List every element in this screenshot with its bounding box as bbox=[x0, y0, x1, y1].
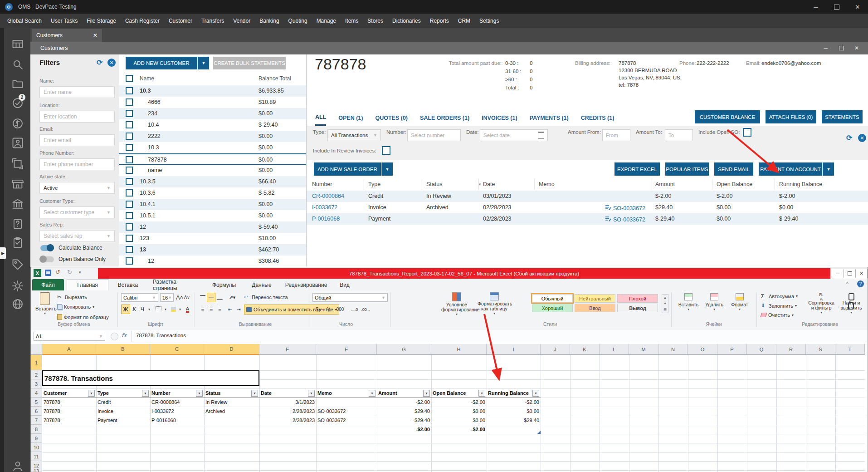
cell-I5[interactable]: -$2.00 bbox=[487, 398, 541, 407]
cell-G8-total[interactable]: -$2.00 bbox=[377, 425, 431, 434]
cell-H8-total[interactable]: -$2.00 bbox=[431, 425, 487, 434]
font-size-combo[interactable]: 16▼ bbox=[160, 293, 174, 302]
filter-dropdown-icon[interactable]: ▼ bbox=[308, 390, 315, 397]
transfers-icon[interactable] bbox=[11, 157, 24, 170]
row-checkbox[interactable] bbox=[126, 246, 133, 253]
cell-F7[interactable]: SO-0033672 bbox=[316, 416, 377, 425]
cell-style-вывод[interactable]: Вывод bbox=[617, 304, 658, 312]
transaction-row-p-0016068[interactable]: P-0016068Payment02/28/2023SO-0033672$-29… bbox=[307, 213, 868, 225]
grow-font-icon[interactable]: A˄ bbox=[176, 293, 184, 302]
column-header-M[interactable]: M bbox=[629, 344, 658, 355]
filter-dropdown-icon[interactable]: ▼ bbox=[251, 390, 258, 397]
align-center-icon[interactable]: ☰ bbox=[207, 305, 215, 314]
cut-button[interactable]: ✂Вырезать bbox=[57, 294, 87, 300]
header-cell-customer[interactable]: Customer▼ bbox=[42, 388, 96, 398]
column-memo[interactable]: Memo bbox=[539, 181, 555, 187]
cell-H7[interactable]: $0.00 bbox=[431, 416, 487, 425]
customer-balance-button[interactable]: CUSTOMER BALANCE bbox=[695, 110, 760, 123]
row-checkbox[interactable] bbox=[126, 178, 133, 185]
delete-cells-button[interactable]: Удалить ▾ bbox=[702, 293, 727, 311]
menu-stores[interactable]: Stores bbox=[363, 18, 388, 24]
row-checkbox[interactable] bbox=[126, 144, 133, 151]
increase-decimal-icon[interactable]: ←.0 bbox=[348, 305, 360, 314]
transaction-row-cr-0000864[interactable]: CR-0000864CreditIn Review03/01/2023$-2.0… bbox=[307, 191, 868, 202]
row-header-6[interactable]: 6 bbox=[31, 407, 42, 416]
conditional-formatting-button[interactable]: Условное форматирование ▾ bbox=[441, 292, 472, 316]
store-icon[interactable] bbox=[11, 177, 24, 190]
cell-style-ввод[interactable]: Ввод bbox=[575, 304, 615, 312]
cell-style-нейтральный[interactable]: Нейтральный bbox=[575, 294, 615, 303]
tab-all[interactable]: ALL bbox=[315, 114, 326, 126]
insert-cells-button[interactable]: Вставить ▾ bbox=[676, 293, 701, 311]
excel-minimize-button[interactable]: ─ bbox=[832, 269, 844, 278]
cell-A7[interactable]: 787878 bbox=[42, 416, 96, 425]
align-left-icon[interactable]: ☰ bbox=[198, 305, 207, 314]
decrease-indent-icon[interactable]: ⇤ bbox=[226, 305, 234, 314]
customer-row-10-3-5[interactable]: 10.3$0.00 bbox=[119, 142, 306, 153]
filter-dropdown-icon[interactable]: ▼ bbox=[88, 390, 95, 397]
paste-button[interactable]: Вставить ▾ bbox=[35, 292, 54, 315]
column-header-L[interactable]: L bbox=[600, 344, 629, 355]
customer-row-4666-1[interactable]: 4666$10.89 bbox=[119, 97, 306, 108]
customer-row-10-3-6-9[interactable]: 10.3.6$-5.82 bbox=[119, 187, 306, 199]
collapse-ribbon-icon[interactable]: ^ bbox=[846, 281, 848, 286]
calendar-icon[interactable] bbox=[538, 132, 544, 139]
header-cell-type[interactable]: Type▼ bbox=[96, 388, 150, 398]
customer-row-12-12[interactable]: 12$-59.40 bbox=[119, 221, 306, 233]
transaction-row-i-0033672[interactable]: I-0033672InvoiceArchived02/28/2023SO-003… bbox=[307, 202, 868, 213]
amount-from-input[interactable]: From bbox=[602, 129, 630, 141]
type-select[interactable]: All Transactions▼ bbox=[327, 129, 381, 141]
cell-E6[interactable]: 2/28/2023 bbox=[259, 407, 316, 416]
column-header-C[interactable]: C bbox=[150, 344, 204, 355]
format-as-table-button[interactable]: Форматировать как таблицу ▾ bbox=[478, 292, 511, 315]
location-input[interactable]: Enter location bbox=[39, 111, 115, 123]
dashboard-icon[interactable] bbox=[11, 38, 24, 50]
align-middle-icon[interactable]: ══ bbox=[207, 293, 215, 302]
header-cell-open-balance[interactable]: Open Balance▼ bbox=[431, 388, 487, 398]
fx-icon[interactable]: fx bbox=[122, 332, 127, 339]
row-checkbox[interactable] bbox=[126, 189, 133, 197]
menu-global-search[interactable]: Global Search bbox=[3, 18, 46, 24]
row-header-7[interactable]: 7 bbox=[31, 416, 42, 425]
bank-icon[interactable] bbox=[11, 198, 24, 211]
date-input[interactable]: Select date bbox=[480, 129, 548, 141]
cell-style-обычный[interactable]: Обычный bbox=[532, 294, 573, 303]
row-header-13[interactable]: 13 bbox=[31, 470, 42, 472]
popular-items-button[interactable]: POPULAR ITEMS bbox=[665, 162, 709, 176]
menu-transfers[interactable]: Transfers bbox=[197, 18, 229, 24]
memo-link[interactable]: SO-0033672 bbox=[613, 216, 645, 223]
tags-icon[interactable] bbox=[11, 258, 24, 271]
inner-restore-button[interactable] bbox=[834, 42, 849, 54]
column-open-balance[interactable]: Open Balance bbox=[717, 181, 752, 187]
autosum-button[interactable]: ΣАвтосумма▾ bbox=[761, 293, 798, 299]
header-cell-date[interactable]: Date▼ bbox=[259, 388, 316, 398]
customer-row-10-4-3[interactable]: 10.4$-29.40 bbox=[119, 119, 306, 131]
column-header-R[interactable]: R bbox=[776, 344, 806, 355]
attach-files-0-button[interactable]: ATTACH FILES (0) bbox=[766, 110, 816, 123]
cell-B5[interactable]: Credit bbox=[96, 398, 150, 407]
customer-row-10-3-5-8[interactable]: 10.3.5$66.40 bbox=[119, 176, 306, 187]
cell-E7[interactable]: 2/28/2023 bbox=[259, 416, 316, 425]
row-header-1[interactable]: 1 bbox=[31, 355, 42, 370]
settings-icon[interactable] bbox=[11, 280, 24, 292]
user-icon[interactable] bbox=[11, 460, 24, 472]
window-close-button[interactable]: ✕ bbox=[847, 0, 868, 14]
row-header-9[interactable]: 9 bbox=[31, 434, 42, 443]
column-header-A[interactable]: A bbox=[42, 344, 96, 355]
cell-A5[interactable]: 787878 bbox=[42, 398, 96, 407]
header-cell-amount[interactable]: Amount▼ bbox=[377, 388, 431, 398]
row-checkbox[interactable] bbox=[126, 257, 133, 265]
customer-row-10-4-1-10[interactable]: 10.4.1$0.00 bbox=[119, 199, 306, 210]
excel-restore-button[interactable] bbox=[844, 269, 856, 278]
name-box[interactable]: A1▼ bbox=[34, 332, 105, 341]
window-maximize-button[interactable] bbox=[826, 0, 847, 14]
align-top-icon[interactable]: ▔▔ bbox=[198, 293, 207, 302]
column-type[interactable]: Type bbox=[368, 181, 380, 187]
tab-invoices-1[interactable]: INVOICES (1) bbox=[482, 115, 517, 125]
customer-row-787878-6[interactable]: 787878$0.00 bbox=[119, 153, 306, 165]
percent-format-icon[interactable]: % bbox=[324, 305, 333, 314]
statements-button[interactable]: STATEMENTS bbox=[822, 110, 863, 123]
header-cell-memo[interactable]: Memo▼ bbox=[316, 388, 377, 398]
row-header-8[interactable]: 8 bbox=[31, 425, 42, 434]
column-amount[interactable]: Amount bbox=[655, 181, 675, 187]
